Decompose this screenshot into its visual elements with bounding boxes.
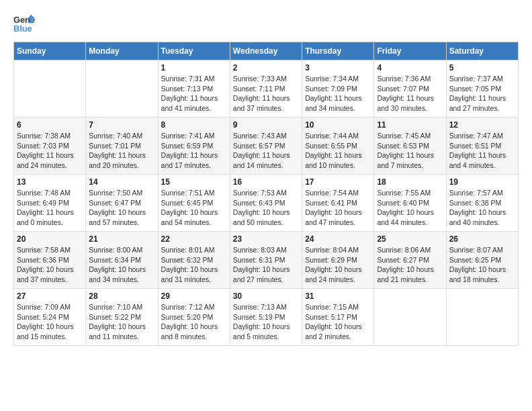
day-number: 25 bbox=[377, 234, 443, 244]
day-number: 27 bbox=[17, 291, 83, 301]
calendar-body: 1Sunrise: 7:31 AMSunset: 7:13 PMDaylight… bbox=[14, 60, 519, 346]
day-cell: 22Sunrise: 8:01 AMSunset: 6:32 PMDayligh… bbox=[158, 232, 230, 289]
week-row-3: 13Sunrise: 7:48 AMSunset: 6:49 PMDayligh… bbox=[14, 175, 519, 232]
day-number: 30 bbox=[233, 291, 299, 301]
column-header-monday: Monday bbox=[86, 42, 158, 60]
logo: General Blue bbox=[13, 13, 36, 35]
column-header-saturday: Saturday bbox=[446, 42, 518, 60]
day-cell: 14Sunrise: 7:50 AMSunset: 6:47 PMDayligh… bbox=[86, 175, 158, 232]
day-cell: 4Sunrise: 7:36 AMSunset: 7:07 PMDaylight… bbox=[374, 60, 446, 118]
day-info: Sunrise: 7:54 AMSunset: 6:41 PMDaylight:… bbox=[305, 188, 371, 228]
day-cell: 23Sunrise: 8:03 AMSunset: 6:31 PMDayligh… bbox=[230, 232, 302, 289]
day-info: Sunrise: 7:44 AMSunset: 6:55 PMDaylight:… bbox=[305, 131, 371, 171]
day-cell bbox=[86, 60, 158, 118]
day-cell: 12Sunrise: 7:47 AMSunset: 6:51 PMDayligh… bbox=[446, 118, 518, 175]
day-cell: 13Sunrise: 7:48 AMSunset: 6:49 PMDayligh… bbox=[14, 175, 86, 232]
day-cell: 17Sunrise: 7:54 AMSunset: 6:41 PMDayligh… bbox=[302, 175, 374, 232]
day-number: 4 bbox=[377, 63, 443, 73]
day-info: Sunrise: 8:03 AMSunset: 6:31 PMDaylight:… bbox=[233, 245, 299, 285]
day-number: 12 bbox=[449, 120, 515, 130]
day-number: 26 bbox=[449, 234, 515, 244]
day-number: 7 bbox=[89, 120, 154, 130]
day-cell: 6Sunrise: 7:38 AMSunset: 7:03 PMDaylight… bbox=[14, 118, 86, 175]
day-cell: 19Sunrise: 7:57 AMSunset: 6:38 PMDayligh… bbox=[446, 175, 518, 232]
day-number: 18 bbox=[377, 177, 443, 187]
day-cell: 15Sunrise: 7:51 AMSunset: 6:45 PMDayligh… bbox=[158, 175, 230, 232]
week-row-1: 1Sunrise: 7:31 AMSunset: 7:13 PMDaylight… bbox=[14, 60, 519, 118]
day-cell: 20Sunrise: 7:58 AMSunset: 6:36 PMDayligh… bbox=[14, 232, 86, 289]
day-number: 14 bbox=[89, 177, 154, 187]
day-number: 29 bbox=[161, 291, 227, 301]
day-info: Sunrise: 7:48 AMSunset: 6:49 PMDaylight:… bbox=[17, 188, 83, 228]
day-info: Sunrise: 7:50 AMSunset: 6:47 PMDaylight:… bbox=[89, 188, 154, 228]
day-number: 11 bbox=[377, 120, 443, 130]
day-info: Sunrise: 7:51 AMSunset: 6:45 PMDaylight:… bbox=[161, 188, 227, 228]
day-cell: 18Sunrise: 7:55 AMSunset: 6:40 PMDayligh… bbox=[374, 175, 446, 232]
day-cell: 30Sunrise: 7:13 AMSunset: 5:19 PMDayligh… bbox=[230, 289, 302, 346]
day-cell: 16Sunrise: 7:53 AMSunset: 6:43 PMDayligh… bbox=[230, 175, 302, 232]
day-number: 16 bbox=[233, 177, 299, 187]
day-number: 1 bbox=[161, 63, 227, 73]
day-info: Sunrise: 7:37 AMSunset: 7:05 PMDaylight:… bbox=[449, 74, 515, 113]
day-cell bbox=[446, 289, 518, 346]
day-cell: 7Sunrise: 7:40 AMSunset: 7:01 PMDaylight… bbox=[86, 118, 158, 175]
day-number: 3 bbox=[305, 63, 371, 73]
day-info: Sunrise: 7:09 AMSunset: 5:24 PMDaylight:… bbox=[17, 302, 83, 342]
day-number: 17 bbox=[305, 177, 371, 187]
day-cell: 27Sunrise: 7:09 AMSunset: 5:24 PMDayligh… bbox=[14, 289, 86, 346]
day-cell: 21Sunrise: 8:00 AMSunset: 6:34 PMDayligh… bbox=[86, 232, 158, 289]
day-cell: 28Sunrise: 7:10 AMSunset: 5:22 PMDayligh… bbox=[86, 289, 158, 346]
day-number: 21 bbox=[89, 234, 154, 244]
column-header-friday: Friday bbox=[374, 42, 446, 60]
day-number: 31 bbox=[305, 291, 371, 301]
logo-icon: General Blue bbox=[13, 13, 35, 35]
day-info: Sunrise: 7:12 AMSunset: 5:20 PMDaylight:… bbox=[161, 302, 227, 342]
column-header-tuesday: Tuesday bbox=[158, 42, 230, 60]
day-cell: 10Sunrise: 7:44 AMSunset: 6:55 PMDayligh… bbox=[302, 118, 374, 175]
day-cell: 8Sunrise: 7:41 AMSunset: 6:59 PMDaylight… bbox=[158, 118, 230, 175]
day-info: Sunrise: 7:10 AMSunset: 5:22 PMDaylight:… bbox=[89, 302, 154, 342]
day-number: 10 bbox=[305, 120, 371, 130]
day-number: 20 bbox=[17, 234, 83, 244]
day-info: Sunrise: 7:38 AMSunset: 7:03 PMDaylight:… bbox=[17, 131, 83, 171]
day-cell: 3Sunrise: 7:34 AMSunset: 7:09 PMDaylight… bbox=[302, 60, 374, 118]
day-info: Sunrise: 7:55 AMSunset: 6:40 PMDaylight:… bbox=[377, 188, 443, 228]
calendar-header: SundayMondayTuesdayWednesdayThursdayFrid… bbox=[14, 42, 519, 60]
day-cell: 25Sunrise: 8:06 AMSunset: 6:27 PMDayligh… bbox=[374, 232, 446, 289]
day-cell: 31Sunrise: 7:15 AMSunset: 5:17 PMDayligh… bbox=[302, 289, 374, 346]
day-number: 6 bbox=[17, 120, 83, 130]
page-header: General Blue bbox=[13, 13, 519, 35]
day-number: 13 bbox=[17, 177, 83, 187]
svg-text:Blue: Blue bbox=[13, 24, 32, 34]
day-number: 23 bbox=[233, 234, 299, 244]
day-cell: 11Sunrise: 7:45 AMSunset: 6:53 PMDayligh… bbox=[374, 118, 446, 175]
day-info: Sunrise: 7:41 AMSunset: 6:59 PMDaylight:… bbox=[161, 131, 227, 171]
day-info: Sunrise: 7:34 AMSunset: 7:09 PMDaylight:… bbox=[305, 74, 371, 113]
week-row-5: 27Sunrise: 7:09 AMSunset: 5:24 PMDayligh… bbox=[14, 289, 519, 346]
day-number: 15 bbox=[161, 177, 227, 187]
day-cell: 1Sunrise: 7:31 AMSunset: 7:13 PMDaylight… bbox=[158, 60, 230, 118]
day-number: 8 bbox=[161, 120, 227, 130]
day-cell bbox=[374, 289, 446, 346]
column-header-thursday: Thursday bbox=[302, 42, 374, 60]
day-info: Sunrise: 7:45 AMSunset: 6:53 PMDaylight:… bbox=[377, 131, 443, 171]
day-info: Sunrise: 8:07 AMSunset: 6:25 PMDaylight:… bbox=[449, 245, 515, 285]
day-number: 22 bbox=[161, 234, 227, 244]
day-info: Sunrise: 7:31 AMSunset: 7:13 PMDaylight:… bbox=[161, 74, 227, 113]
day-info: Sunrise: 7:13 AMSunset: 5:19 PMDaylight:… bbox=[233, 302, 299, 342]
day-info: Sunrise: 8:00 AMSunset: 6:34 PMDaylight:… bbox=[89, 245, 154, 285]
column-header-wednesday: Wednesday bbox=[230, 42, 302, 60]
day-info: Sunrise: 7:36 AMSunset: 7:07 PMDaylight:… bbox=[377, 74, 443, 113]
week-row-4: 20Sunrise: 7:58 AMSunset: 6:36 PMDayligh… bbox=[14, 232, 519, 289]
day-cell: 2Sunrise: 7:33 AMSunset: 7:11 PMDaylight… bbox=[230, 60, 302, 118]
day-number: 19 bbox=[449, 177, 515, 187]
day-info: Sunrise: 7:33 AMSunset: 7:11 PMDaylight:… bbox=[233, 74, 299, 113]
day-number: 5 bbox=[449, 63, 515, 73]
day-cell: 24Sunrise: 8:04 AMSunset: 6:29 PMDayligh… bbox=[302, 232, 374, 289]
day-cell bbox=[14, 60, 86, 118]
day-cell: 26Sunrise: 8:07 AMSunset: 6:25 PMDayligh… bbox=[446, 232, 518, 289]
day-info: Sunrise: 7:43 AMSunset: 6:57 PMDaylight:… bbox=[233, 131, 299, 171]
week-row-2: 6Sunrise: 7:38 AMSunset: 7:03 PMDaylight… bbox=[14, 118, 519, 175]
day-info: Sunrise: 7:47 AMSunset: 6:51 PMDaylight:… bbox=[449, 131, 515, 171]
day-number: 2 bbox=[233, 63, 299, 73]
